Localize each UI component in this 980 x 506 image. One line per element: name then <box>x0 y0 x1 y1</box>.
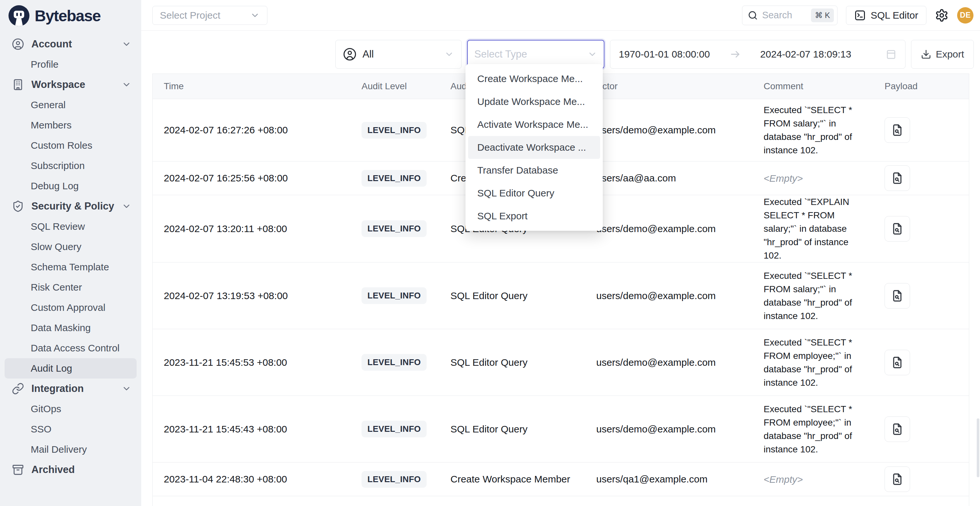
type-filter-dropdown-menu: Create Workspace Me... Update Workspace … <box>466 64 603 231</box>
file-search-icon <box>891 290 904 302</box>
chevron-down-icon <box>444 49 454 59</box>
payload-view-button[interactable] <box>885 283 910 309</box>
download-icon <box>921 49 931 59</box>
audit-level-badge: LEVEL_INFO <box>361 220 426 237</box>
select-project-label: Select Project <box>160 10 220 21</box>
sql-editor-label: SQL Editor <box>870 10 918 21</box>
col-header-time: Time <box>153 81 340 92</box>
sidebar-item-debug-log[interactable]: Debug Log <box>0 176 141 196</box>
file-search-icon <box>891 356 904 369</box>
audit-level-badge: LEVEL_INFO <box>361 354 426 371</box>
link-icon <box>12 382 24 395</box>
audit-level-badge: LEVEL_INFO <box>361 471 426 488</box>
section-label: Workspace <box>31 79 115 91</box>
table-row: 2024-02-07 13:19:53 +08:00 LEVEL_INFO SQ… <box>153 263 969 329</box>
audit-level-badge: LEVEL_INFO <box>361 170 426 187</box>
sidebar-item-gitops[interactable]: GitOps <box>0 399 141 419</box>
sidebar: Bytebase Account Profile Workspace Gener… <box>0 0 141 506</box>
sidebar-item-risk-center[interactable]: Risk Center <box>0 277 141 298</box>
brand-name: Bytebase <box>35 7 100 25</box>
menu-item-deactivate-workspace-member[interactable]: Deactivate Workspace ... <box>468 136 600 159</box>
user-circle-icon <box>12 38 24 50</box>
col-header-payload: Payload <box>873 81 969 92</box>
main-area: Select Project Search ⌘ K SQL Editor DE <box>141 0 980 506</box>
search-input[interactable]: Search ⌘ K <box>742 6 837 25</box>
menu-item-sql-editor-query[interactable]: SQL Editor Query <box>468 182 600 205</box>
payload-view-button[interactable] <box>885 350 910 375</box>
chevron-down-icon <box>587 49 597 59</box>
sidebar-section-integration[interactable]: Integration <box>0 379 141 399</box>
menu-item-create-workspace-member[interactable]: Create Workspace Me... <box>468 67 600 90</box>
payload-view-button[interactable] <box>885 417 910 442</box>
menu-item-update-workspace-member[interactable]: Update Workspace Me... <box>468 90 600 113</box>
sidebar-item-data-masking[interactable]: Data Masking <box>0 318 141 338</box>
sidebar-item-data-access-control[interactable]: Data Access Control <box>0 338 141 358</box>
user-circle-icon <box>343 48 356 61</box>
calendar-icon <box>886 49 897 60</box>
payload-view-button[interactable] <box>885 165 910 191</box>
sidebar-item-slow-query[interactable]: Slow Query <box>0 237 141 257</box>
scrollbar-thumb[interactable] <box>977 418 979 477</box>
table-row: 2023-11-04 22:48:30 +08:00 LEVEL_INFO Cr… <box>153 463 969 496</box>
sidebar-item-subscription[interactable]: Subscription <box>0 156 141 176</box>
chevron-down-icon[interactable] <box>122 384 131 393</box>
chevron-down-icon <box>250 10 260 20</box>
sidebar-item-profile[interactable]: Profile <box>0 54 141 75</box>
menu-item-sql-export[interactable]: SQL Export <box>468 205 600 228</box>
sql-editor-button[interactable]: SQL Editor <box>846 6 926 25</box>
sidebar-item-sso[interactable]: SSO <box>0 419 141 439</box>
sidebar-item-sql-review[interactable]: SQL Review <box>0 216 141 237</box>
audit-level-badge: LEVEL_INFO <box>361 122 426 138</box>
col-header-audit-level: Audit Level <box>340 81 432 92</box>
chevron-down-icon[interactable] <box>122 80 131 89</box>
sidebar-section-workspace[interactable]: Workspace <box>0 75 141 95</box>
settings-gear-icon[interactable] <box>935 8 949 22</box>
payload-view-button[interactable] <box>885 466 910 492</box>
type-filter-placeholder: Select Type <box>474 48 587 60</box>
date-from-value[interactable]: 1970-01-01 08:00:00 <box>619 49 710 60</box>
section-label: Account <box>31 38 115 50</box>
sidebar-section-security-policy[interactable]: Security & Policy <box>0 196 141 216</box>
brand-logo[interactable]: Bytebase <box>0 0 141 31</box>
topbar-right: Search ⌘ K SQL Editor DE <box>742 6 974 25</box>
file-search-icon <box>891 124 904 136</box>
export-button[interactable]: Export <box>911 40 974 68</box>
sidebar-section-archived[interactable]: Archived <box>0 460 141 480</box>
app-root: Bytebase Account Profile Workspace Gener… <box>0 0 980 506</box>
sidebar-section-account[interactable]: Account <box>0 34 141 54</box>
section-label: Security & Policy <box>31 200 115 212</box>
menu-item-transfer-database[interactable]: Transfer Database <box>468 159 600 182</box>
user-avatar[interactable]: DE <box>957 7 974 24</box>
chevron-down-icon[interactable] <box>122 201 131 211</box>
sidebar-nav: Account Profile Workspace General Member… <box>0 31 141 480</box>
actor-filter-select[interactable]: All <box>336 40 461 68</box>
topbar: Select Project Search ⌘ K SQL Editor DE <box>141 0 980 31</box>
building-icon <box>12 78 24 91</box>
arrow-right-icon <box>730 49 741 60</box>
sidebar-item-schema-template[interactable]: Schema Template <box>0 257 141 277</box>
sidebar-item-custom-approval[interactable]: Custom Approval <box>0 298 141 318</box>
audit-level-badge: LEVEL_INFO <box>361 287 426 304</box>
section-label: Archived <box>31 464 131 476</box>
section-label: Integration <box>31 383 115 395</box>
payload-view-button[interactable] <box>885 216 910 242</box>
file-search-icon <box>891 423 904 435</box>
date-range-picker[interactable]: 1970-01-01 08:00:00 2024-02-07 18:09:13 <box>610 40 905 68</box>
search-placeholder: Search <box>762 10 807 21</box>
table-row: 2023-11-21 15:45:43 +08:00 LEVEL_INFO SQ… <box>153 396 969 463</box>
col-header-actor: Actor <box>589 81 752 92</box>
file-search-icon <box>891 223 904 235</box>
sidebar-item-members[interactable]: Members <box>0 115 141 135</box>
sidebar-item-general[interactable]: General <box>0 95 141 115</box>
payload-view-button[interactable] <box>885 117 910 143</box>
sidebar-item-custom-roles[interactable]: Custom Roles <box>0 135 141 156</box>
sidebar-item-audit-log[interactable]: Audit Log <box>5 358 137 379</box>
sidebar-item-mail-delivery[interactable]: Mail Delivery <box>0 439 141 460</box>
actor-filter-value: All <box>363 48 438 60</box>
select-project-dropdown[interactable]: Select Project <box>152 6 267 25</box>
menu-item-activate-workspace-member[interactable]: Activate Workspace Me... <box>468 113 600 136</box>
terminal-icon <box>854 10 866 21</box>
search-icon <box>748 10 758 21</box>
chevron-down-icon[interactable] <box>122 39 131 49</box>
date-to-value[interactable]: 2024-02-07 18:09:13 <box>760 49 851 60</box>
